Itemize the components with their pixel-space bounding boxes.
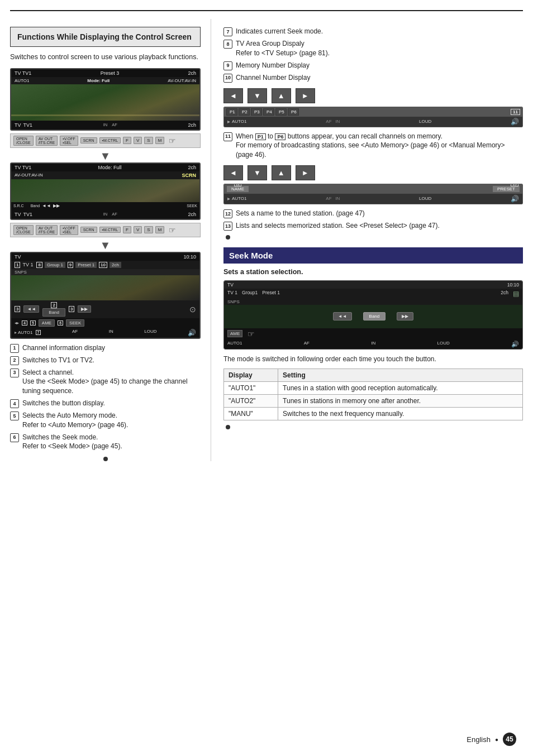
- table-cell-auto1-display: "AUTO1": [224, 381, 278, 394]
- tv2-subbar: AV-OUT:AV-IN SCRN: [11, 171, 199, 179]
- tv2-image: S.R.C Band ◄◄ ▶▶ SEEK: [11, 179, 199, 210]
- ctrl-mctrl[interactable]: ▪M.CTRL: [99, 137, 121, 143]
- seek-tv-footer: AUTO1 AF IN LOUD 🔊: [224, 339, 522, 349]
- preset-p3[interactable]: P3: [251, 108, 262, 116]
- seek-footer-loud: LOUD: [437, 341, 450, 348]
- prev-btn[interactable]: ◄◄: [23, 305, 39, 313]
- item-8-text: TV Area Group DispalyRefer to <TV Setup>…: [236, 39, 523, 58]
- snps-bar: SNPS: [11, 269, 199, 275]
- tv1-bot-right: 2ch: [188, 122, 196, 128]
- ctrl2-scrn[interactable]: SCRN: [80, 227, 97, 233]
- list-item-2: 2 Switches to TV1 or TV2.: [10, 356, 201, 365]
- seek-mode-subtitle: Sets a station selection.: [223, 268, 523, 276]
- seek-tv-tv1: TV 1: [227, 290, 237, 298]
- preset-p6[interactable]: P6: [288, 108, 299, 116]
- table-header-display: Display: [224, 369, 278, 381]
- preset-p1[interactable]: P1: [226, 108, 237, 116]
- seek-prev-btn[interactable]: ◄◄: [333, 312, 352, 320]
- nav-down[interactable]: ▼: [248, 88, 267, 103]
- ctrl2-v[interactable]: V: [134, 226, 142, 233]
- page: Functions While Displaying the Control S…: [0, 0, 533, 756]
- bullet-right-dot: [226, 235, 230, 240]
- seek-footer-auto: AUTO1: [227, 341, 242, 348]
- preset-p5[interactable]: P5: [275, 108, 287, 116]
- ctrl-s[interactable]: S: [144, 137, 153, 144]
- badge-11: 11: [511, 109, 520, 115]
- seek-band-btn[interactable]: Band: [363, 312, 386, 320]
- tv2-top-left: TV TV1: [15, 165, 31, 170]
- bullet-right-top: [226, 235, 523, 240]
- name-auto-group: ▸ AUTO1: [227, 195, 247, 202]
- name-auto-label: AUTO1: [232, 196, 247, 201]
- ctrl2-avout[interactable]: AV OUT/ITS.CRE: [36, 225, 58, 235]
- nav2-right[interactable]: ►: [296, 165, 315, 180]
- badge-n6: 6: [10, 433, 19, 442]
- ctrl2-open-close[interactable]: OPEN/CLOSE: [13, 225, 34, 235]
- seek-ame-row: AME ☞: [224, 328, 522, 339]
- tv1-sub-mid: Mode: Full: [87, 78, 110, 83]
- tv2-topbar: TV TV1 Mode: Full 2ch: [11, 164, 199, 171]
- nav-up[interactable]: ▲: [272, 88, 291, 103]
- nav-left[interactable]: ◄: [223, 88, 243, 103]
- nav2-down[interactable]: ▼: [248, 165, 267, 180]
- ctrl-v[interactable]: V: [134, 137, 142, 144]
- ctrl2-voff[interactable]: ▪V.OFF▪SEL: [60, 225, 78, 235]
- badge-10-inline: 10: [99, 262, 107, 268]
- badge-12-inline: 12: [234, 184, 242, 186]
- preset-arrow-icon: ▸: [227, 118, 230, 125]
- ctrl2-s[interactable]: S: [144, 226, 153, 233]
- arrow-down-2: ▼: [10, 240, 201, 251]
- seek-next-btn[interactable]: ▶▶: [397, 312, 413, 320]
- ctrl2-m[interactable]: M: [155, 226, 165, 233]
- tv2-seek: SEEK: [187, 204, 197, 208]
- ame-btn[interactable]: AME: [39, 319, 55, 327]
- list-item-3: 3 Select a channel.Use the <Seek Mode> (…: [10, 368, 201, 396]
- seek-btn[interactable]: SEEK: [66, 319, 84, 327]
- ctrl2-f[interactable]: F: [123, 226, 131, 233]
- camera-icon: ⊙: [189, 305, 196, 314]
- nav2-up[interactable]: ▲: [272, 165, 291, 180]
- table-cell-manu-display: "MANU": [224, 407, 278, 420]
- preset-auto-group: ▸ AUTO1: [227, 118, 247, 125]
- ctrl-avout[interactable]: AV OUT/ITS.CRE: [36, 136, 58, 146]
- badge-n12: 12: [223, 209, 232, 218]
- name-bottom-row: ▸ AUTO1 AF IN LOUD 🔊: [224, 194, 522, 204]
- list-item-11: 11 When P1 to P6 buttons appear, you can…: [223, 132, 523, 160]
- main-tv-2ch: 2ch: [110, 262, 121, 268]
- ctrl2-mctrl[interactable]: ▪M.CTRL: [99, 227, 121, 233]
- preset-p2[interactable]: P2: [239, 108, 250, 116]
- nav2-left[interactable]: ◄: [223, 165, 243, 180]
- seek-mode-desc: The mode is switched in following order …: [223, 354, 523, 364]
- preset-select-btn[interactable]: 13 PRESET: [492, 185, 520, 193]
- name-btn[interactable]: 12 NAME: [226, 185, 249, 193]
- nav-right[interactable]: ►: [296, 88, 315, 103]
- seek-ame-btn[interactable]: AME: [227, 330, 242, 337]
- seek-table: Display Setting "AUTO1" Tunes in a stati…: [223, 369, 523, 420]
- ctrl-voff[interactable]: ▪V.OFF▪SEL: [60, 136, 78, 146]
- band-btn[interactable]: Band: [42, 308, 65, 317]
- badge-n7: 7: [223, 27, 232, 36]
- item-6-text: Switches the Seek mode.Refer to <Seek Mo…: [22, 433, 201, 452]
- seek-tv-preset: Preset 1: [262, 290, 280, 298]
- preset-auto-label: AUTO1: [232, 119, 247, 124]
- tv1-sub-left: AUTO1: [15, 78, 30, 83]
- table-header-setting: Setting: [278, 369, 523, 381]
- next-btn[interactable]: ▶▶: [78, 305, 91, 313]
- preset-sound-icon: 🔊: [511, 118, 519, 126]
- name-af: AF IN: [326, 196, 340, 201]
- snps-label: SNPS: [15, 270, 27, 275]
- tv-screen-1: TV TV1 Preset 3 2ch AUTO1 Mode: Full AV-…: [10, 68, 201, 131]
- ctrl-scrn[interactable]: SCRN: [80, 137, 97, 143]
- bullet-left: [103, 457, 108, 461]
- language-label: English: [467, 735, 491, 744]
- preset-top-row: P1 P2 P3 P4 P5 P6 11: [224, 107, 522, 117]
- left-column: Functions While Displaying the Control S…: [10, 19, 211, 461]
- ctrl-open-close[interactable]: OPEN/CLOSE: [13, 136, 34, 146]
- ctrl-m[interactable]: M: [155, 137, 165, 144]
- item-7-text: Indicates current Seek mode.: [236, 27, 523, 36]
- preset-p4[interactable]: P4: [263, 108, 274, 116]
- ctrl-f[interactable]: F: [123, 137, 131, 144]
- seek-tv-snps: SNPS: [224, 299, 522, 305]
- main-tv-preset: Preset 1: [75, 262, 97, 268]
- tv-screen-2: TV TV1 Mode: Full 2ch AV-OUT:AV-IN SCRN …: [10, 162, 201, 220]
